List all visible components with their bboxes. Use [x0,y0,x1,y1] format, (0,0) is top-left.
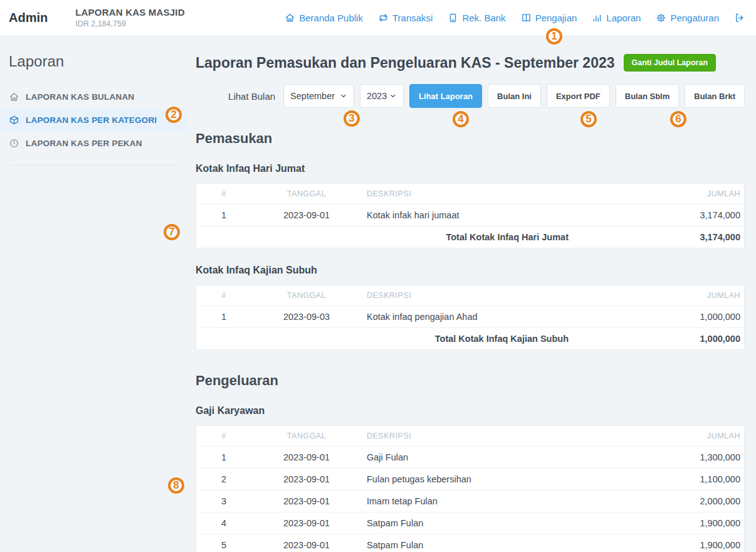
change-report-title-button[interactable]: Ganti Judul Laporan [624,54,717,72]
year-select-value: 2023 [367,91,387,101]
home-icon [9,92,19,102]
row-number-cell: 1 [196,204,251,226]
gear-icon [656,13,666,23]
row-number-cell: 1 [196,447,251,469]
amount-cell: 2,000,000 [574,491,744,512]
brand-title: LAPORAN KAS MASJID [75,7,184,18]
sidebar-item-laporan-kas-per-kategori[interactable]: LAPORAN KAS PER KATEGORI [0,109,188,132]
amount-cell: 1,300,000 [574,447,744,469]
book-icon [521,13,532,23]
nav-item-beranda-publik[interactable]: Beranda Publik [285,13,363,23]
column-header: JUMLAH [574,426,744,447]
amount-cell: 1,100,000 [574,469,744,491]
nav-item-pengajian[interactable]: Pengajian [521,13,577,23]
sidebar-item-label: LAPORAN KAS PER KATEGORI [26,115,157,125]
page-title: Laporan Pemasukan dan Pengeluaran KAS - … [196,55,615,72]
description-cell: Satpam Fulan [362,512,574,534]
sidebar-title: Laporan [9,53,188,70]
report-table: #TANGGALDESKRIPSIJUMLAH12023-09-03Kotak … [196,285,744,349]
report-table-card: #TANGGALDESKRIPSIJUMLAH12023-09-03Kotak … [196,285,745,350]
annotation-marker-8: 8 [168,477,184,494]
export-pdf-button[interactable]: Export PDF [547,84,610,108]
column-header: # [196,285,251,306]
nav-item-label: Transaksi [392,13,433,23]
brand-balance: IDR 2,184,759 [75,19,184,29]
prev-month-button[interactable]: Bulan Sblm [616,84,680,108]
table-title: Kotak Infaq Kajian Subuh [196,265,745,276]
sidebar-menu: LAPORAN KAS BULANANLAPORAN KAS PER KATEG… [0,85,188,155]
description-cell: Imam tetap Fulan [362,491,574,512]
nav-item-label: Pengajian [535,13,577,23]
income-tables: Kotak Infaq Hari Jumat#TANGGALDESKRIPSIJ… [196,163,745,350]
year-select[interactable]: 2023 [360,84,404,108]
description-cell: Kotak infak hari jumaat [362,204,574,226]
sidebar: Laporan LAPORAN KAS BULANANLAPORAN KAS P… [0,36,188,552]
date-cell: 2023-09-01 [251,447,362,469]
annotation-marker-6: 6 [670,111,686,127]
sidebar-item-label: LAPORAN KAS PER PEKAN [26,139,142,148]
table-row: 22023-09-01Fulan petugas kebersihan1,100… [196,469,744,491]
transfer-icon [378,13,389,23]
column-header: # [196,426,251,447]
column-header: # [196,184,251,204]
income-section-heading: Pemasukan [196,130,745,147]
expense-tables: Gaji Karyawan#TANGGALDESKRIPSIJUMLAH1202… [196,405,745,552]
app-root: { "annotation_color": "#e8831d", "header… [0,0,756,552]
column-header: DESKRIPSI [362,426,574,447]
month-select-value: September [290,91,335,101]
table-title: Gaji Karyawan [196,405,745,417]
title-row: Laporan Pemasukan dan Pengeluaran KAS - … [196,54,745,72]
column-header: TANGGAL [251,184,362,204]
table-row: 12023-09-01Gaji Fulan1,300,000 [196,447,744,469]
filter-label: Lihat Bulan [228,91,275,102]
nav-item-rek-bank[interactable]: Rek. Bank [448,13,505,23]
this-month-button[interactable]: Bulan Ini [488,84,541,108]
sidebar-item-laporan-kas-bulanan[interactable]: LAPORAN KAS BULANAN [0,85,188,109]
row-number-cell: 2 [196,469,251,491]
table-row: 12023-09-03Kotak infaq pengajian Ahad1,0… [196,306,744,328]
report-table-card: #TANGGALDESKRIPSIJUMLAH12023-09-01Kotak … [196,183,745,248]
filter-row: Lihat Bulan September 2023 Lihat Laporan… [196,84,745,108]
column-header: TANGGAL [251,426,362,447]
report-table: #TANGGALDESKRIPSIJUMLAH12023-09-01Kotak … [196,184,744,248]
total-amount: 3,174,000 [574,226,744,248]
date-cell: 2023-09-01 [251,491,362,512]
sidebar-divider [9,165,179,166]
nav-item-laporan[interactable]: Laporan [592,13,641,23]
column-header: DESKRIPSI [362,184,574,204]
nav-item-label: Beranda Publik [299,13,363,23]
row-number-cell: 4 [196,512,251,534]
table-total-row: Total Kotak Infaq Kajian Subuh1,000,000 [196,328,744,350]
row-number-cell: 3 [196,491,251,512]
column-header: DESKRIPSI [362,285,574,306]
amount-cell: 3,174,000 [574,204,744,226]
main-content: Laporan Pemasukan dan Pengeluaran KAS - … [188,36,756,552]
top-header: Admin LAPORAN KAS MASJID IDR 2,184,759 B… [0,0,756,36]
total-label: Total Kotak Infaq Kajian Subuh [196,328,574,350]
annotation-marker-7: 7 [164,224,180,240]
description-cell: Satpam Fulan [362,534,574,552]
month-select[interactable]: September [283,84,354,108]
next-month-button[interactable]: Bulan Brkt [685,84,745,108]
admin-label: Admin [9,11,48,25]
date-cell: 2023-09-01 [251,469,362,491]
nav-item-transaksi[interactable]: Transaksi [378,13,433,23]
table-title: Kotak Infaq Hari Jumat [196,163,745,174]
column-header: JUMLAH [574,184,744,204]
sidebar-item-laporan-kas-per-pekan[interactable]: LAPORAN KAS PER PEKAN [0,132,188,155]
chevron-down-icon [340,92,347,100]
annotation-marker-3: 3 [344,110,360,127]
logout-icon [734,13,745,23]
page-layout: Laporan LAPORAN KAS BULANANLAPORAN KAS P… [0,36,756,552]
description-cell: Gaji Fulan [362,447,574,469]
nav-item-label: Laporan [606,13,641,23]
table-header-row: #TANGGALDESKRIPSIJUMLAH [196,426,744,447]
report-table: #TANGGALDESKRIPSIJUMLAH12023-09-01Gaji F… [196,426,744,552]
nav-item-pengaturan[interactable]: Pengaturan [656,13,719,23]
bank-icon [448,13,458,23]
date-cell: 2023-09-03 [251,306,362,328]
nav-item-logout[interactable] [734,13,745,23]
column-header: TANGGAL [251,285,362,306]
alert-circle-icon [9,138,19,149]
view-report-button[interactable]: Lihat Laporan [409,84,482,108]
